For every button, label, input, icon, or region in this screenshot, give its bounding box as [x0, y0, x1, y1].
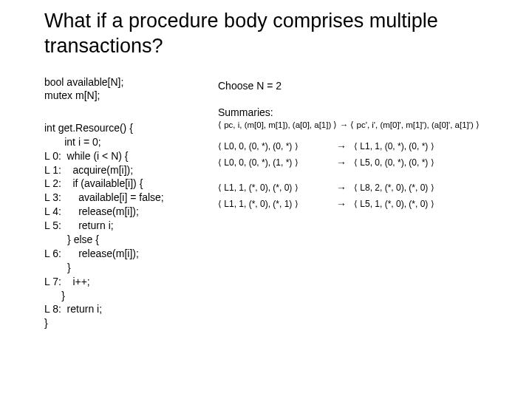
- choose-n: Choose N = 2: [218, 80, 510, 92]
- decl-line-1: bool available[N];: [44, 75, 188, 89]
- summary-lhs: ⟨ L1, 1, (*, 0), (*, 0) ⟩: [218, 183, 329, 193]
- left-column: bool available[N]; mutex m[N]; int get.R…: [44, 75, 188, 331]
- decl-line-2: mutex m[N];: [44, 89, 188, 102]
- arrow-icon: →: [336, 182, 347, 194]
- summary-group-2: ⟨ L1, 1, (*, 0), (*, 0) ⟩ → ⟨ L8, 2, (*,…: [218, 182, 510, 210]
- arrow-icon: →: [336, 140, 347, 152]
- summary-row: ⟨ L1, 1, (*, 0), (*, 0) ⟩ → ⟨ L8, 2, (*,…: [218, 182, 510, 194]
- summary-rhs: ⟨ L1, 1, (0, *), (0, *) ⟩: [354, 141, 434, 151]
- summary-rhs: ⟨ L8, 2, (*, 0), (*, 0) ⟩: [354, 183, 434, 193]
- summary-rhs: ⟨ L5, 0, (0, *), (0, *) ⟩: [354, 157, 434, 168]
- right-column: Choose N = 2 Summaries: ⟨ pc, i, (m[0], …: [218, 75, 510, 331]
- code-listing: int get.Resource() { int i = 0; L 0: whi…: [44, 121, 188, 330]
- slide-title: What if a procedure body comprises multi…: [44, 9, 510, 59]
- summary-group-1: ⟨ L0, 0, (0, *), (0, *) ⟩ → ⟨ L1, 1, (0,…: [218, 140, 510, 168]
- summary-lhs: ⟨ L1, 1, (*, 0), (*, 1) ⟩: [218, 199, 329, 209]
- summary-lhs: ⟨ L0, 0, (0, *), (0, *) ⟩: [218, 141, 329, 151]
- summary-row: ⟨ L0, 0, (0, *), (0, *) ⟩ → ⟨ L1, 1, (0,…: [218, 140, 510, 152]
- declarations: bool available[N]; mutex m[N];: [44, 75, 188, 102]
- content-columns: bool available[N]; mutex m[N]; int get.R…: [44, 75, 510, 331]
- summaries-label: Summaries:: [218, 106, 510, 118]
- summary-row: ⟨ L0, 0, (0, *), (1, *) ⟩ → ⟨ L5, 0, (0,…: [218, 157, 510, 168]
- summary-row: ⟨ L1, 1, (*, 0), (*, 1) ⟩ → ⟨ L5, 1, (*,…: [218, 198, 510, 210]
- summary-rhs: ⟨ L5, 1, (*, 0), (*, 0) ⟩: [354, 199, 434, 209]
- summary-lhs: ⟨ L0, 0, (0, *), (1, *) ⟩: [218, 157, 329, 168]
- summary-schema: ⟨ pc, i, (m[0], m[1]), (a[0], a[1]) ⟩ → …: [218, 120, 510, 130]
- arrow-icon: →: [336, 198, 347, 210]
- arrow-icon: →: [336, 157, 347, 168]
